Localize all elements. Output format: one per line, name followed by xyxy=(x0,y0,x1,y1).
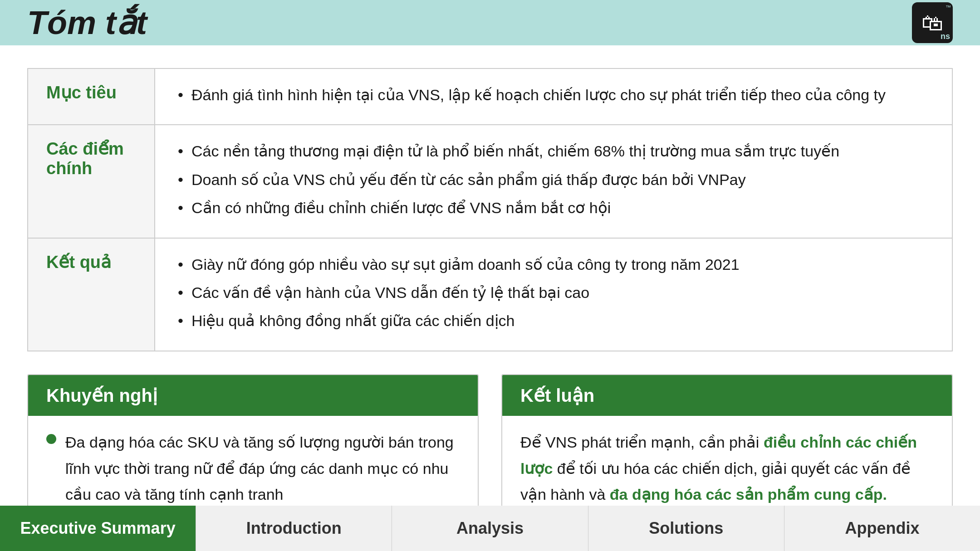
list-item: Hiệu quả không đồng nhất giữa các chiến … xyxy=(173,308,934,333)
logo-ns: ns xyxy=(941,32,950,41)
logo: 🛍 ™ ns xyxy=(912,2,953,43)
table-row-ket-qua: Kết quả Giày nữ đóng góp nhiều vào sự sụ… xyxy=(28,238,952,351)
summary-table: Mục tiêu Đánh giá tình hình hiện tại của… xyxy=(27,68,953,351)
conclusion-text-highlight2: đa dạng hóa các sản phẩm cung cấp. xyxy=(610,486,887,503)
tab-solutions[interactable]: Solutions xyxy=(588,506,784,551)
tab-executive-summary[interactable]: Executive Summary xyxy=(0,506,196,551)
list-item: Đánh giá tình hình hiện tại của VNS, lập… xyxy=(173,83,934,107)
conclusion-header: Kết luận xyxy=(502,375,952,416)
page-header: Tóm tắt 🛍 ™ ns xyxy=(0,0,980,45)
recommendation-item-1: Đa dạng hóa các SKU và tăng số lượng ngư… xyxy=(46,429,460,508)
list-item: Cần có những điều chỉnh chiến lược để VN… xyxy=(173,195,934,220)
page-title: Tóm tắt xyxy=(27,4,147,42)
recommendation-title: Khuyến nghị xyxy=(46,385,157,405)
list-item: Các nền tảng thương mại điện tử là phổ b… xyxy=(173,139,934,163)
tab-introduction[interactable]: Introduction xyxy=(196,506,392,551)
bullet-dot xyxy=(46,434,56,444)
list-item: Doanh số của VNS chủ yếu đến từ các sản … xyxy=(173,167,934,192)
table-row-muc-tieu: Mục tiêu Đánh giá tình hình hiện tại của… xyxy=(28,68,952,125)
list-item: Giày nữ đóng góp nhiều vào sự sụt giảm d… xyxy=(173,252,934,277)
recommendation-text-1: Đa dạng hóa các SKU và tăng số lượng ngư… xyxy=(65,429,460,508)
content-muc-tieu: Đánh giá tình hình hiện tại của VNS, lập… xyxy=(155,68,952,125)
recommendation-header: Khuyến nghị xyxy=(28,375,478,416)
conclusion-title: Kết luận xyxy=(520,385,594,405)
content-ket-qua: Giày nữ đóng góp nhiều vào sự sụt giảm d… xyxy=(155,238,952,351)
tab-analysis[interactable]: Analysis xyxy=(392,506,588,551)
table-row-cac-diem-chinh: Các điểm chính Các nền tảng thương mại đ… xyxy=(28,125,952,238)
label-cac-diem-chinh: Các điểm chính xyxy=(28,125,155,238)
main-content: Mục tiêu Đánh giá tình hình hiện tại của… xyxy=(0,45,980,551)
logo-tm: ™ xyxy=(946,4,951,10)
tab-appendix[interactable]: Appendix xyxy=(784,506,980,551)
footer-navigation: Executive Summary Introduction Analysis … xyxy=(0,506,980,551)
logo-bag-icon: 🛍 xyxy=(921,10,943,35)
label-ket-qua: Kết quả xyxy=(28,238,155,351)
list-item: Các vấn đề vận hành của VNS dẫn đến tỷ l… xyxy=(173,280,934,305)
label-muc-tieu: Mục tiêu xyxy=(28,68,155,125)
conclusion-text-part1: Để VNS phát triển mạnh, cần phải xyxy=(520,434,764,451)
content-cac-diem-chinh: Các nền tảng thương mại điện tử là phổ b… xyxy=(155,125,952,238)
